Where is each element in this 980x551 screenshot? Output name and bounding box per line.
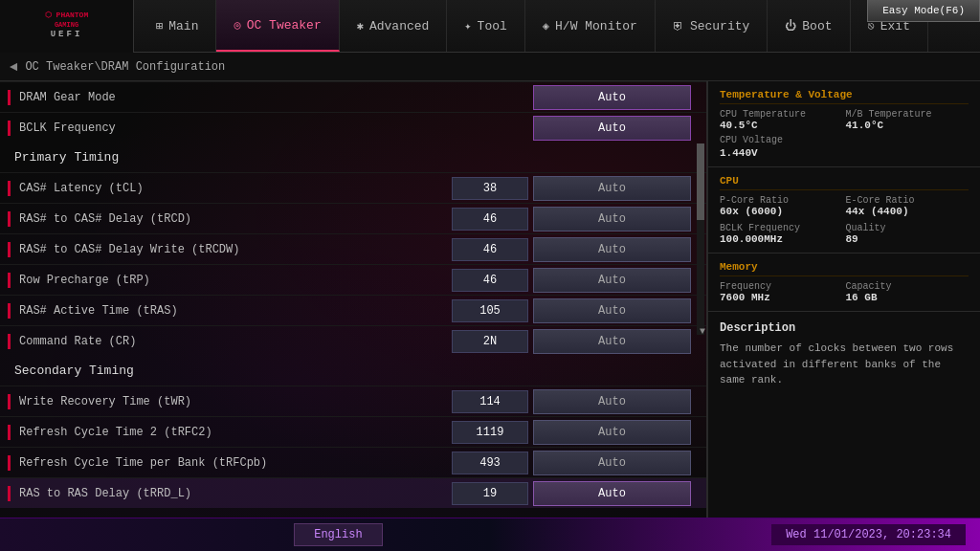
setting-row-trcd: RAS# to CAS# Delay (tRCD) 46 Auto [0,203,706,233]
e-core-col: E-Core Ratio 44x (4400) [846,195,969,217]
setting-row-twr: Write Recovery Time (tWR) 114 Auto [0,386,706,416]
setting-row-tcl: CAS# Latency (tCL) 38 Auto [0,172,706,203]
tool-icon: ✦ [464,19,471,33]
setting-row-cr: Command Rate (CR) 2N Auto [0,325,706,356]
memory-grid: Frequency 7600 MHz Capacity 16 GB [720,281,969,303]
temp-voltage-title: Temperature & Voltage [720,89,969,104]
right-panel: Temperature & Voltage CPU Temperature 40… [707,81,980,518]
mb-temp-col: M/B Temperature 41.0°C [846,109,969,131]
nav-item-hw-monitor[interactable]: ◈ H/W Monitor [525,0,656,52]
hw-monitor-icon: ◈ [543,19,549,33]
setting-row-trp: Row Precharge (tRP) 46 Auto [0,264,706,295]
boot-icon: ⏻ [785,19,796,33]
nav-item-boot[interactable]: ⏻ Boot [768,0,850,52]
setting-auto-twr[interactable]: Auto [533,389,691,414]
setting-value-trfc2[interactable]: 1119 [452,421,528,444]
nav-label-boot: Boot [802,19,832,33]
setting-value-cr[interactable]: 2N [452,330,528,353]
logo-text: ⬡ PHANTOM GAMING UEFI [45,11,88,40]
setting-label-trfc2: Refresh Cycle Time 2 (tRFC2) [0,426,452,439]
setting-row-trfcpb: Refresh Cycle Time per Bank (tRFCpb) 493… [0,447,706,477]
quality-col: Quality 89 [846,223,969,245]
advanced-icon: ✱ [357,19,364,33]
description-text: The number of clocks between two rows ac… [720,341,969,388]
setting-label-trcd: RAS# to CAS# Delay (tRCD) [0,212,452,226]
nav-menu: ⊞ Main ◎ OC Tweaker ✱ Advanced ✦ Tool ◈ … [134,0,980,52]
main-content: DRAM Gear Mode Auto BCLK Frequency Auto … [0,81,980,518]
setting-auto-trcd[interactable]: Auto [533,207,691,231]
setting-auto-bclk[interactable]: Auto [533,116,691,141]
setting-auto-trfc2[interactable]: Auto [533,420,691,445]
datetime-text: Wed 11/01/2023, 20:23:34 [786,528,951,541]
description-section: Description The number of clocks between… [708,312,980,518]
setting-label-tras: RAS# Active Time (tRAS) [0,304,452,318]
setting-auto-trcdw[interactable]: Auto [533,237,691,262]
nav-label-security: Security [690,19,749,33]
setting-label-trfcpb: Refresh Cycle Time per Bank (tRFCpb) [0,456,452,470]
easy-mode-button[interactable]: Easy Mode(F6) [867,0,980,22]
setting-auto-tcl[interactable]: Auto [533,176,691,201]
settings-list: DRAM Gear Mode Auto BCLK Frequency Auto … [0,81,706,508]
setting-value-trcdw[interactable]: 46 [452,238,528,261]
cpu-temp-label: CPU Temperature 40.5°C [720,109,843,131]
nav-label-main: Main [168,19,198,33]
breadcrumb: ◄ OC Tweaker\DRAM Configuration [0,53,980,81]
primary-timing-label: Primary Timing [14,150,119,165]
setting-row-tras: RAS# Active Time (tRAS) 105 Auto [0,295,706,325]
memory-section: Memory Frequency 7600 MHz Capacity 16 GB [708,253,980,312]
setting-row-trrd-l: RAS to RAS Delay (tRRD_L) 19 Auto [0,477,706,508]
setting-value-twr[interactable]: 114 [452,390,528,413]
setting-row-dram-gear: DRAM Gear Mode Auto [0,81,706,112]
breadcrumb-text: OC Tweaker\DRAM Configuration [25,60,225,74]
cpu-section: CPU P-Core Ratio 60x (6000) E-Core Ratio… [708,167,980,253]
left-panel: DRAM Gear Mode Auto BCLK Frequency Auto … [0,81,707,518]
cpu-title: CPU [720,175,969,190]
setting-auto-tras[interactable]: Auto [533,298,691,323]
setting-value-trp[interactable]: 46 [452,269,528,292]
setting-label-trrd-l: RAS to RAS Delay (tRRD_L) [0,487,452,500]
cpu-volt-label: CPU Voltage [720,135,969,145]
secondary-timing-header: Secondary Timing [0,356,706,386]
temp-voltage-section: Temperature & Voltage CPU Temperature 40… [708,81,980,167]
nav-label-advanced: Advanced [369,19,429,33]
setting-value-trrd-l[interactable]: 19 [452,482,528,505]
setting-value-trcd[interactable]: 46 [452,208,528,231]
security-icon: ⛨ [673,19,684,33]
nav-label-tool: Tool [478,19,507,33]
setting-value-tras[interactable]: 105 [452,299,528,322]
nav-item-tool[interactable]: ✦ Tool [447,0,524,52]
nav-item-main[interactable]: ⊞ Main [139,0,216,52]
easy-mode-label: Easy Mode(F6) [882,5,965,16]
datetime-display: Wed 11/01/2023, 20:23:34 [771,524,966,545]
setting-label-trcdw: RAS# to CAS# Delay Write (tRCDW) [0,243,452,256]
nav-label-hw-monitor: H/W Monitor [555,19,637,33]
scroll-down-arrow[interactable]: ▼ [700,326,705,337]
language-selector[interactable]: English [294,523,382,546]
nav-item-security[interactable]: ⛨ Security [656,0,768,52]
nav-item-oc-tweaker[interactable]: ◎ OC Tweaker [216,0,339,52]
secondary-timing-label: Secondary Timing [14,364,134,378]
setting-label-cr: Command Rate (CR) [0,335,452,348]
nav-label-oc-tweaker: OC Tweaker [247,18,322,33]
scroll-indicator: ▼ [697,139,704,335]
cpu-volt-value: 1.440V [720,147,969,159]
status-bar: English Wed 11/01/2023, 20:23:34 [0,518,980,551]
back-arrow[interactable]: ◄ [10,59,17,75]
nav-item-advanced[interactable]: ✱ Advanced [340,0,448,52]
description-title: Description [720,321,969,335]
scroll-thumb[interactable] [697,143,704,220]
setting-row-bclk: BCLK Frequency Auto [0,112,706,143]
setting-label-dram-gear: DRAM Gear Mode [0,91,533,104]
setting-auto-cr[interactable]: Auto [533,329,691,354]
setting-row-trcdw: RAS# to CAS# Delay Write (tRCDW) 46 Auto [0,233,706,264]
setting-value-tcl[interactable]: 38 [452,177,528,200]
logo-area: ⬡ PHANTOM GAMING UEFI [0,0,134,53]
setting-auto-trfcpb[interactable]: Auto [533,451,691,475]
setting-label-bclk: BCLK Frequency [0,121,533,135]
capacity-col: Capacity 16 GB [846,281,969,303]
setting-value-trfcpb[interactable]: 493 [452,452,528,474]
p-core-col: P-Core Ratio 60x (6000) [720,195,843,217]
setting-auto-trp[interactable]: Auto [533,268,691,293]
setting-auto-trrd-l[interactable]: Auto [533,481,691,506]
setting-auto-dram-gear[interactable]: Auto [533,85,691,110]
